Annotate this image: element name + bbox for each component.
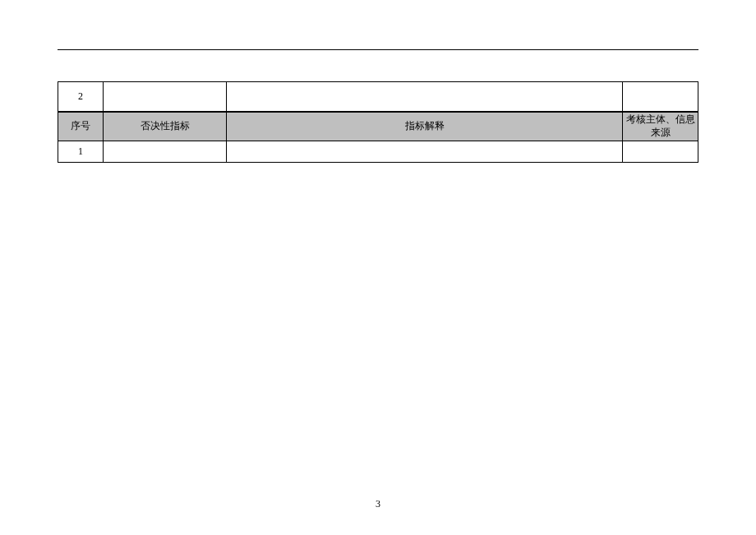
top-divider	[58, 49, 698, 50]
header-seq: 序号	[58, 112, 104, 141]
cell-seq: 2	[58, 82, 104, 112]
header-source: 考核主体、信息来源	[623, 112, 698, 141]
cell-c4	[623, 82, 698, 112]
table-row: 1	[58, 141, 698, 163]
indicator-table: 2 序号 否决性指标 指标解释 考核主体、信息来源 1	[58, 81, 698, 163]
cell-c3	[227, 82, 623, 112]
cell-indicator	[104, 141, 227, 163]
cell-source	[623, 141, 698, 163]
header-indicator: 否决性指标	[104, 112, 227, 141]
table-row: 2	[58, 82, 698, 112]
cell-c2	[104, 82, 227, 112]
page-container: 2 序号 否决性指标 指标解释 考核主体、信息来源 1	[0, 49, 756, 163]
header-explain: 指标解释	[227, 112, 623, 141]
table-header-row: 序号 否决性指标 指标解释 考核主体、信息来源	[58, 112, 698, 141]
cell-seq: 1	[58, 141, 104, 163]
cell-explain	[227, 141, 623, 163]
page-number: 3	[0, 498, 756, 510]
